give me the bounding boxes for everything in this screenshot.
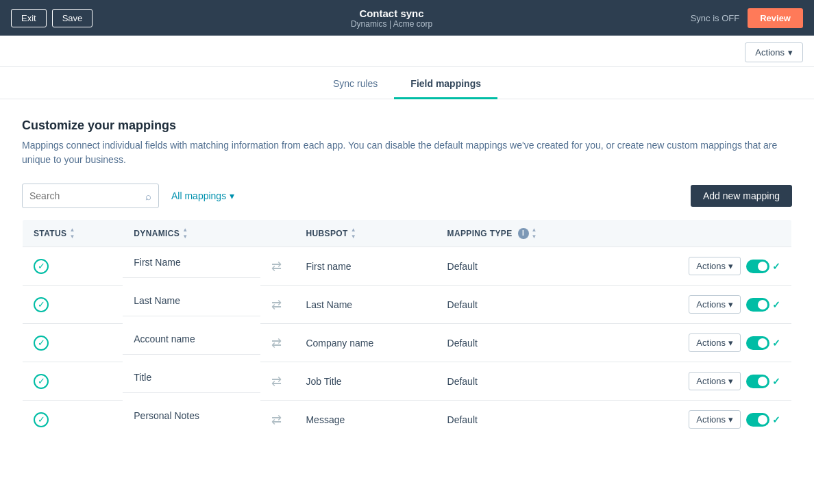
row-actions-button[interactable]: Actions ▾: [689, 410, 741, 429]
cell-dynamics: First Name: [123, 247, 260, 278]
toggle-switch[interactable]: [746, 298, 769, 312]
actions-chevron-icon: ▾: [728, 414, 733, 425]
cell-mapping-type: Default: [436, 362, 613, 401]
actions-label: Actions: [696, 338, 726, 348]
dynamics-field-name: Last Name: [134, 295, 180, 306]
table-header-row: STATUS ▲▼ DYNAMICS ▲▼ HUBSPOT ▲▼: [23, 220, 792, 247]
cell-mapping-type: Default: [436, 247, 613, 286]
search-input[interactable]: [29, 190, 143, 201]
nav-left: Exit Save: [11, 9, 92, 27]
filter-label: All mappings: [171, 190, 226, 201]
toggle-switch[interactable]: [746, 260, 769, 273]
cell-sync-icon: ⇄: [260, 362, 295, 401]
status-sort-icon[interactable]: ▲▼: [69, 227, 75, 240]
row-actions-button[interactable]: Actions ▾: [689, 372, 741, 390]
row-actions-button[interactable]: Actions ▾: [689, 333, 741, 352]
cell-hubspot: Last Name: [295, 286, 436, 324]
table-row: ✓Account name⇄Company nameDefault Action…: [23, 324, 792, 362]
toggle-switch[interactable]: [746, 375, 769, 388]
toggle-cell: ✓: [746, 336, 780, 350]
cell-hubspot: Job Title: [295, 362, 436, 401]
filter-chevron-icon: ▾: [230, 190, 234, 201]
toggle-check-icon: ✓: [772, 414, 780, 425]
mapping-type-sort-icon[interactable]: ▲▼: [532, 227, 537, 240]
app-subtitle: Dynamics | Acme corp: [351, 19, 432, 29]
dynamics-sort-icon[interactable]: ▲▼: [182, 227, 188, 240]
toggle-check-icon: ✓: [772, 261, 780, 272]
dynamics-field-name: Title: [134, 372, 151, 383]
cell-status: ✓: [23, 362, 123, 401]
actions-top-button[interactable]: Actions ▾: [745, 42, 803, 62]
toggle-check-icon: ✓: [772, 376, 780, 387]
exit-button[interactable]: Exit: [11, 9, 47, 27]
cell-actions: Actions ▾ ✓: [613, 247, 792, 286]
sync-arrows-icon: ⇄: [271, 260, 282, 273]
actions-top-chevron-icon: ▾: [788, 47, 793, 58]
toggle-cell: ✓: [746, 413, 780, 427]
row-actions-button[interactable]: Actions ▾: [689, 257, 741, 275]
nav-center: Contact sync Dynamics | Acme corp: [351, 8, 432, 29]
tab-field-mappings[interactable]: Field mappings: [394, 70, 497, 99]
cell-dynamics: Account name: [123, 324, 260, 355]
dynamics-field-name: First Name: [134, 257, 180, 268]
actions-chevron-icon: ▾: [728, 338, 733, 348]
table-row: ✓Last Name⇄Last NameDefault Actions ▾ ✓: [23, 286, 792, 324]
cell-hubspot: Message: [295, 401, 436, 439]
top-nav: Exit Save Contact sync Dynamics | Acme c…: [0, 0, 814, 36]
toggle-check-icon: ✓: [772, 299, 780, 310]
cell-sync-icon: ⇄: [260, 401, 295, 439]
actions-label: Actions: [696, 376, 726, 386]
status-active-icon: ✓: [34, 297, 49, 312]
cell-hubspot: Company name: [295, 324, 436, 362]
th-actions-col: [613, 220, 792, 247]
cell-status: ✓: [23, 401, 123, 439]
cell-sync-icon: ⇄: [260, 324, 295, 362]
th-status: STATUS ▲▼: [23, 220, 123, 247]
tab-sync-rules[interactable]: Sync rules: [317, 70, 394, 99]
actions-label: Actions: [696, 414, 726, 425]
status-active-icon: ✓: [34, 412, 49, 427]
th-arrows-spacer: [260, 220, 295, 247]
subtitle-dynamics: Dynamics: [351, 19, 387, 29]
cell-actions: Actions ▾ ✓: [613, 286, 792, 324]
toggle-switch[interactable]: [746, 336, 769, 350]
filter-bar-left: ⌕ All mappings ▾: [22, 184, 240, 208]
th-mapping-type: MAPPING TYPE i ▲▼: [436, 220, 613, 247]
all-mappings-filter[interactable]: All mappings ▾: [166, 188, 240, 204]
actions-label: Actions: [696, 261, 726, 271]
dynamics-field-name: Account name: [134, 333, 195, 344]
subtitle-sep: |: [389, 19, 391, 29]
save-button[interactable]: Save: [52, 9, 93, 27]
cell-sync-icon: ⇄: [260, 286, 295, 324]
subtitle-company: Acme corp: [393, 19, 432, 29]
sync-arrows-icon: ⇄: [271, 413, 282, 427]
cell-actions: Actions ▾ ✓: [613, 324, 792, 362]
status-active-icon: ✓: [34, 374, 49, 389]
search-icon: ⌕: [145, 190, 151, 202]
status-active-icon: ✓: [34, 259, 49, 274]
search-box: ⌕: [22, 184, 159, 208]
cell-dynamics: Last Name: [123, 286, 260, 316]
cell-actions: Actions ▾ ✓: [613, 401, 792, 439]
hubspot-sort-icon[interactable]: ▲▼: [351, 227, 356, 240]
section-description: Mappings connect individual fields with …: [22, 138, 792, 167]
review-button[interactable]: Review: [748, 8, 803, 28]
sync-arrows-icon: ⇄: [271, 298, 282, 312]
sync-status: Sync is OFF: [691, 13, 740, 23]
cell-dynamics: Personal Notes: [123, 401, 260, 431]
toggle-cell: ✓: [746, 260, 780, 273]
toggle-switch[interactable]: [746, 413, 769, 427]
toggle-cell: ✓: [746, 375, 780, 388]
filter-bar: ⌕ All mappings ▾ Add new mapping: [22, 184, 792, 208]
mapping-type-info-icon[interactable]: i: [518, 228, 529, 239]
section-title: Customize your mappings: [22, 118, 792, 133]
actions-label: Actions: [696, 299, 726, 310]
cell-status: ✓: [23, 247, 123, 286]
row-actions-button[interactable]: Actions ▾: [689, 295, 741, 314]
actions-top-label: Actions: [755, 47, 785, 58]
table-row: ✓First Name⇄First nameDefault Actions ▾ …: [23, 247, 792, 286]
add-mapping-button[interactable]: Add new mapping: [691, 185, 792, 207]
sync-arrows-icon: ⇄: [271, 336, 282, 350]
cell-actions: Actions ▾ ✓: [613, 362, 792, 401]
tabs-bar: Sync rules Field mappings: [0, 67, 814, 99]
